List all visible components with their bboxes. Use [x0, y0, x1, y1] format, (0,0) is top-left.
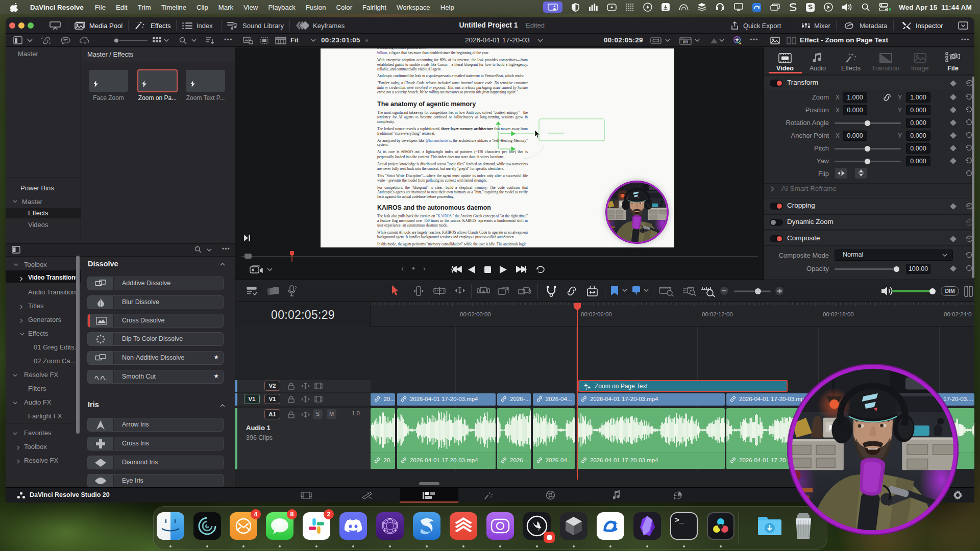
svg-text:00:02:00:00: 00:02:00:00 — [460, 311, 491, 317]
svg-text:00:02:12:00: 00:02:12:00 — [702, 311, 733, 317]
svg-text:00:02:06:00: 00:02:06:00 — [581, 311, 612, 317]
svg-text:00:02:18:00: 00:02:18:00 — [823, 311, 854, 317]
svg-text:00:02:24:0: 00:02:24:0 — [944, 311, 971, 317]
svg-text:HQ: HQ — [683, 40, 688, 43]
